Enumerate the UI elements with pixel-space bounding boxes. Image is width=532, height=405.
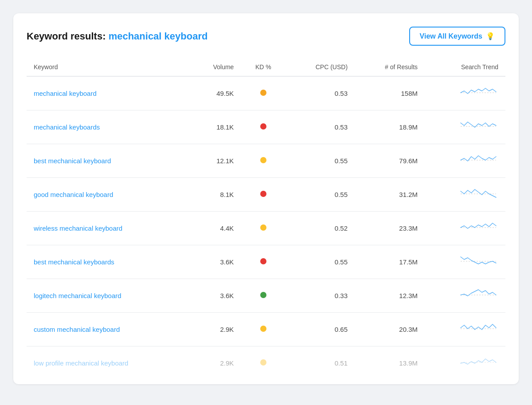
volume-cell: 12.1K bbox=[189, 144, 241, 178]
trend-sparkline bbox=[458, 186, 498, 202]
trend-sparkline bbox=[458, 118, 498, 134]
cpc-cell: 0.53 bbox=[286, 76, 355, 110]
kd-dot bbox=[260, 123, 266, 130]
cpc-cell: 0.65 bbox=[286, 313, 355, 346]
cpc-cell: 0.55 bbox=[286, 144, 355, 178]
keyword-cell: good mechanical keyboard bbox=[27, 178, 189, 212]
kd-cell bbox=[241, 279, 286, 313]
trend-cell bbox=[425, 313, 505, 346]
kd-dot bbox=[260, 224, 266, 231]
keyword-link[interactable]: wireless mechanical keyboard bbox=[34, 224, 122, 232]
results-cell: 13.9M bbox=[355, 346, 425, 380]
trend-sparkline bbox=[458, 354, 498, 370]
col-trend: Search Trend bbox=[425, 58, 505, 76]
results-cell: 23.3M bbox=[355, 212, 425, 245]
keyword-cell: best mechanical keyboards bbox=[27, 245, 189, 279]
kd-dot bbox=[260, 191, 266, 197]
keyword-cell: logitech mechanical keyboard bbox=[27, 279, 189, 313]
kd-cell bbox=[241, 313, 286, 346]
results-cell: 18.9M bbox=[355, 110, 425, 144]
kd-cell bbox=[241, 144, 286, 178]
keyword-link[interactable]: mechanical keyboard bbox=[34, 90, 97, 97]
col-keyword: Keyword bbox=[27, 58, 189, 76]
trend-cell bbox=[425, 76, 505, 110]
kd-dot bbox=[260, 326, 266, 332]
kd-dot bbox=[260, 258, 266, 264]
view-all-keywords-button[interactable]: View All Keywords 💡 bbox=[409, 27, 505, 46]
volume-cell: 3.6K bbox=[189, 279, 241, 313]
bulb-icon: 💡 bbox=[486, 32, 495, 40]
table-row: best mechanical keyboards3.6K0.5517.5M bbox=[27, 245, 505, 279]
col-cpc: CPC (USD) bbox=[286, 58, 355, 76]
cpc-cell: 0.51 bbox=[286, 346, 355, 380]
trend-cell bbox=[425, 346, 505, 380]
page-title: Keyword results: mechanical keyboard bbox=[27, 31, 207, 42]
keyword-link[interactable]: low profile mechanical keyboard bbox=[34, 359, 128, 367]
keyword-cell: mechanical keyboard bbox=[27, 76, 189, 110]
cpc-cell: 0.33 bbox=[286, 279, 355, 313]
volume-cell: 8.1K bbox=[189, 178, 241, 212]
keyword-cell: custom mechanical keyboard bbox=[27, 313, 189, 346]
kd-dot bbox=[260, 292, 266, 298]
trend-cell bbox=[425, 178, 505, 212]
trend-sparkline bbox=[458, 287, 498, 303]
cpc-cell: 0.52 bbox=[286, 212, 355, 245]
results-cell: 17.5M bbox=[355, 245, 425, 279]
results-cell: 79.6M bbox=[355, 144, 425, 178]
keyword-cell: low profile mechanical keyboard bbox=[27, 346, 189, 380]
trend-cell bbox=[425, 245, 505, 279]
kd-cell bbox=[241, 178, 286, 212]
main-container: Keyword results: mechanical keyboard Vie… bbox=[13, 13, 519, 384]
keyword-link[interactable]: good mechanical keyboard bbox=[34, 191, 113, 198]
keywords-table: Keyword Volume KD % CPC (USD) # of Resul… bbox=[27, 58, 505, 380]
trend-cell bbox=[425, 110, 505, 144]
volume-cell: 49.5K bbox=[189, 76, 241, 110]
col-volume: Volume bbox=[189, 58, 241, 76]
page-header: Keyword results: mechanical keyboard Vie… bbox=[27, 27, 505, 46]
keyword-link[interactable]: best mechanical keyboard bbox=[34, 157, 111, 165]
keyword-link[interactable]: mechanical keyboards bbox=[34, 123, 100, 131]
table-row: best mechanical keyboard12.1K0.5579.6M bbox=[27, 144, 505, 178]
kd-dot bbox=[260, 157, 266, 163]
kd-cell bbox=[241, 245, 286, 279]
results-cell: 20.3M bbox=[355, 313, 425, 346]
cpc-cell: 0.53 bbox=[286, 110, 355, 144]
kd-cell bbox=[241, 212, 286, 245]
results-cell: 12.3M bbox=[355, 279, 425, 313]
keyword-link[interactable]: custom mechanical keyboard bbox=[34, 326, 120, 333]
volume-cell: 3.6K bbox=[189, 245, 241, 279]
table-row: custom mechanical keyboard2.9K0.6520.3M bbox=[27, 313, 505, 346]
trend-sparkline bbox=[458, 85, 498, 101]
trend-sparkline bbox=[458, 253, 498, 269]
cpc-cell: 0.55 bbox=[286, 178, 355, 212]
kd-cell bbox=[241, 76, 286, 110]
results-cell: 31.2M bbox=[355, 178, 425, 212]
keyword-cell: best mechanical keyboard bbox=[27, 144, 189, 178]
title-static: Keyword results: bbox=[27, 31, 106, 42]
table-row: low profile mechanical keyboard2.9K0.511… bbox=[27, 346, 505, 380]
volume-cell: 2.9K bbox=[189, 313, 241, 346]
table-row: mechanical keyboards18.1K0.5318.9M bbox=[27, 110, 505, 144]
table-header: Keyword Volume KD % CPC (USD) # of Resul… bbox=[27, 58, 505, 76]
keyword-link[interactable]: best mechanical keyboards bbox=[34, 258, 114, 266]
kd-cell bbox=[241, 110, 286, 144]
trend-cell bbox=[425, 279, 505, 313]
trend-sparkline bbox=[458, 220, 498, 236]
trend-cell bbox=[425, 144, 505, 178]
results-cell: 158M bbox=[355, 76, 425, 110]
keyword-cell: wireless mechanical keyboard bbox=[27, 212, 189, 245]
trend-cell bbox=[425, 212, 505, 245]
keyword-cell: mechanical keyboards bbox=[27, 110, 189, 144]
volume-cell: 4.4K bbox=[189, 212, 241, 245]
kd-dot bbox=[260, 90, 266, 96]
kd-dot bbox=[260, 359, 266, 366]
trend-sparkline bbox=[458, 321, 498, 337]
cpc-cell: 0.55 bbox=[286, 245, 355, 279]
header-row: Keyword Volume KD % CPC (USD) # of Resul… bbox=[27, 58, 505, 76]
table-row: wireless mechanical keyboard4.4K0.5223.3… bbox=[27, 212, 505, 245]
table-row: good mechanical keyboard8.1K0.5531.2M bbox=[27, 178, 505, 212]
table-row: logitech mechanical keyboard3.6K0.3312.3… bbox=[27, 279, 505, 313]
table-row: mechanical keyboard49.5K0.53158M bbox=[27, 76, 505, 110]
trend-sparkline bbox=[458, 152, 498, 168]
keyword-link[interactable]: logitech mechanical keyboard bbox=[34, 292, 121, 299]
